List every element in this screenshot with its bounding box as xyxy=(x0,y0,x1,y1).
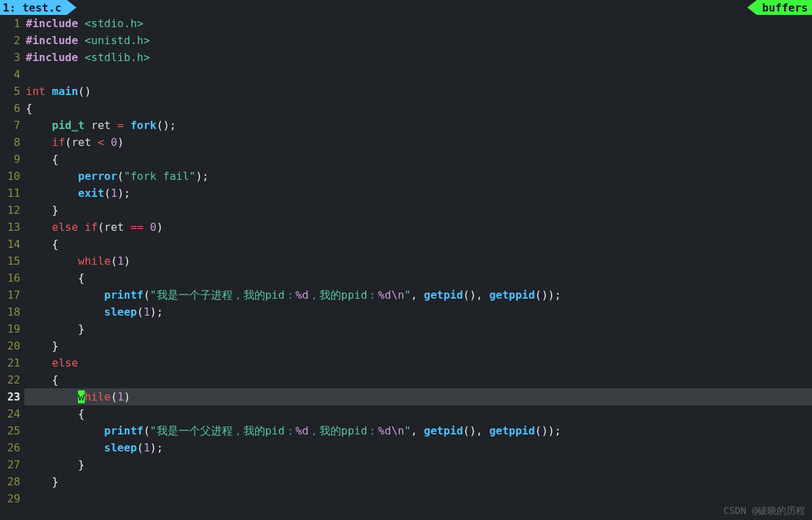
line-number: 18 xyxy=(0,303,20,320)
line-number: 19 xyxy=(0,320,20,337)
code-line[interactable]: { xyxy=(24,236,812,253)
code-line[interactable]: while(1) xyxy=(24,388,812,405)
code-line[interactable]: } xyxy=(24,320,812,337)
code-line[interactable]: { xyxy=(24,151,812,168)
line-number: 11 xyxy=(0,185,20,202)
code-line[interactable]: } xyxy=(24,202,812,219)
line-number: 12 xyxy=(0,202,20,219)
line-number: 26 xyxy=(0,439,20,456)
code-line[interactable]: sleep(1); xyxy=(24,303,812,320)
buffers-button[interactable]: buffers xyxy=(748,0,812,15)
line-number: 4 xyxy=(0,66,20,83)
code-editor[interactable]: 1234567891011121314151617181920212223242… xyxy=(0,15,812,507)
code-line[interactable]: { xyxy=(24,405,812,422)
code-line[interactable]: } xyxy=(24,337,812,354)
code-line[interactable]: } xyxy=(24,473,812,490)
line-number: 24 xyxy=(0,405,20,422)
code-line[interactable]: { xyxy=(24,270,812,286)
line-number: 9 xyxy=(0,151,20,168)
line-number: 14 xyxy=(0,236,20,253)
line-number: 23 xyxy=(0,388,20,405)
cursor: w xyxy=(78,390,85,403)
line-number: 28 xyxy=(0,473,20,490)
line-number: 6 xyxy=(0,100,20,117)
code-line[interactable]: #include <stdlib.h> xyxy=(24,49,812,66)
line-number: 15 xyxy=(0,253,20,270)
code-line[interactable]: else if(ret == 0) xyxy=(24,219,812,236)
code-line[interactable]: while(1) xyxy=(24,253,812,270)
file-tab[interactable]: 1: test.c xyxy=(0,0,77,15)
line-number: 21 xyxy=(0,354,20,371)
line-number: 10 xyxy=(0,168,20,185)
code-line[interactable]: printf("我是一个子进程，我的pid：%d，我的ppid：%d\n", g… xyxy=(24,286,812,303)
code-line[interactable] xyxy=(24,490,812,507)
code-line[interactable]: int main() xyxy=(24,83,812,100)
line-number: 13 xyxy=(0,219,20,236)
line-number: 16 xyxy=(0,270,20,286)
tab-bar: 1: test.c buffers xyxy=(0,0,812,15)
code-line[interactable]: sleep(1); xyxy=(24,439,812,456)
line-number: 25 xyxy=(0,422,20,439)
code-line[interactable]: perror("fork fail"); xyxy=(24,168,812,185)
code-line[interactable]: exit(1); xyxy=(24,185,812,202)
code-line[interactable]: } xyxy=(24,456,812,473)
line-number: 17 xyxy=(0,286,20,303)
code-line[interactable] xyxy=(24,66,812,83)
code-line[interactable]: #include <unistd.h> xyxy=(24,32,812,49)
code-line[interactable]: { xyxy=(24,371,812,388)
line-number: 20 xyxy=(0,337,20,354)
code-area[interactable]: #include <stdio.h>#include <unistd.h>#in… xyxy=(24,15,812,507)
code-line[interactable]: printf("我是一个父进程，我的pid：%d，我的ppid：%d\n", g… xyxy=(24,422,812,439)
line-number: 22 xyxy=(0,371,20,388)
line-number: 1 xyxy=(0,15,20,32)
code-line[interactable]: if(ret < 0) xyxy=(24,134,812,151)
line-number: 8 xyxy=(0,134,20,151)
code-line[interactable]: { xyxy=(24,100,812,117)
line-number-gutter: 1234567891011121314151617181920212223242… xyxy=(0,15,24,507)
line-number: 29 xyxy=(0,490,20,507)
line-number: 7 xyxy=(0,117,20,134)
line-number: 27 xyxy=(0,456,20,473)
code-line[interactable]: #include <stdio.h> xyxy=(24,15,812,32)
code-line[interactable]: pid_t ret = fork(); xyxy=(24,117,812,134)
line-number: 3 xyxy=(0,49,20,66)
line-number: 2 xyxy=(0,32,20,49)
code-line[interactable]: else xyxy=(24,354,812,371)
line-number: 5 xyxy=(0,83,20,100)
